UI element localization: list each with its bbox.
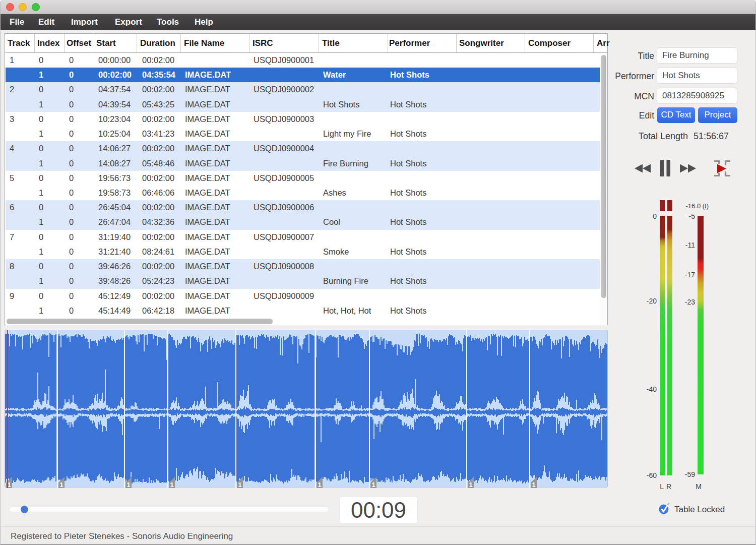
- svg-text:1: 1: [238, 481, 241, 488]
- svg-text:1: 1: [127, 481, 130, 488]
- svg-text:1: 1: [318, 481, 321, 488]
- svg-text:1: 1: [469, 481, 472, 488]
- svg-text:1: 1: [532, 481, 535, 488]
- svg-text:1: 1: [371, 481, 375, 488]
- svg-text:1: 1: [59, 481, 63, 488]
- svg-text:1: 1: [170, 481, 173, 488]
